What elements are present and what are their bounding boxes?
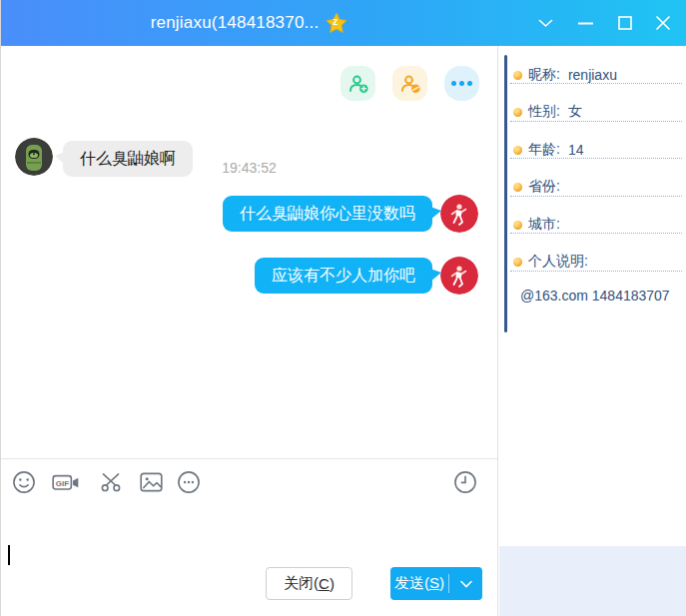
profile-field-province: 省份: [513,177,681,197]
profile-field-nickname: 昵称: renjiaxu [513,65,681,85]
sent-message-bubble: 什么臭鼬娘你心里没数吗 [223,196,432,232]
emoji-icon[interactable] [9,467,39,497]
add-friend-icon[interactable] [341,66,375,101]
title-bar: renjiaxu(148418370... z [1,0,686,46]
gem-bullet-icon [513,71,522,80]
profile-field-city: 城市: [513,215,681,235]
input-toolbar: GIF [1,459,497,505]
message-text: 什么臭鼬娘你心里没数吗 [240,205,415,222]
gem-bullet-icon [513,258,522,267]
profile-field-description: 个人说明: [513,252,681,272]
field-divider [510,83,682,84]
send-options-chevron-icon[interactable] [449,580,482,588]
text-caret [8,545,10,565]
image-icon[interactable] [136,467,166,497]
gem-bullet-icon [513,221,522,230]
field-divider [510,233,682,234]
profile-field-gender: 性别: 女 [513,102,681,122]
avatar[interactable] [15,138,53,176]
send-button[interactable]: 发送(S) [390,567,482,600]
chevron-down-icon[interactable] [528,0,562,46]
qq-vip-star-icon: z [326,12,347,34]
close-chat-button[interactable]: 关闭(C) [266,567,352,600]
sent-message-bubble: 应该有不少人加你吧 [255,258,432,294]
close-icon[interactable] [646,0,680,46]
gif-video-icon[interactable]: GIF [51,467,81,497]
profile-panel: 昵称: renjiaxu 性别: 女 年龄: 14 省份: 城市: [497,46,686,616]
chat-area: 19:43:52 什么臭鼬娘啊 什么臭鼬娘你心里没数吗 [1,46,497,616]
qq-chat-window: renjiaxu(148418370... z [0,0,686,616]
gem-bullet-icon [513,183,522,192]
panel-footer [499,546,686,616]
gem-bullet-icon [513,146,522,155]
field-divider [510,121,682,122]
message-text: 应该有不少人加你吧 [272,267,415,284]
personal-description-text: @163.com 1484183707 [520,284,680,308]
screenshot-scissors-icon[interactable] [96,467,126,497]
panel-scrollbar[interactable] [504,55,507,332]
gem-bullet-icon [513,108,522,117]
window-title: renjiaxu(148418370... z [1,0,497,46]
svg-text:GIF: GIF [56,479,69,488]
profile-field-age: 年龄: 14 [513,140,681,160]
message-history-clock-icon[interactable] [450,467,480,497]
minimize-button[interactable] [568,0,602,46]
received-message-bubble: 什么臭鼬娘啊 [63,141,193,177]
window-title-text: renjiaxu(148418370... [151,13,320,33]
more-tools-icon[interactable] [174,467,204,497]
avatar[interactable] [440,195,478,233]
more-options-icon[interactable] [444,66,479,101]
block-user-icon[interactable] [392,66,427,101]
field-divider [510,158,682,159]
field-divider [510,196,682,197]
message-text: 什么臭鼬娘啊 [80,150,176,167]
maximize-button[interactable] [608,0,642,46]
chat-action-bar [1,66,497,102]
bubble-tail [55,152,65,165]
send-button-label: 发送(S) [390,574,448,593]
field-divider [510,271,682,272]
avatar[interactable] [440,257,478,295]
